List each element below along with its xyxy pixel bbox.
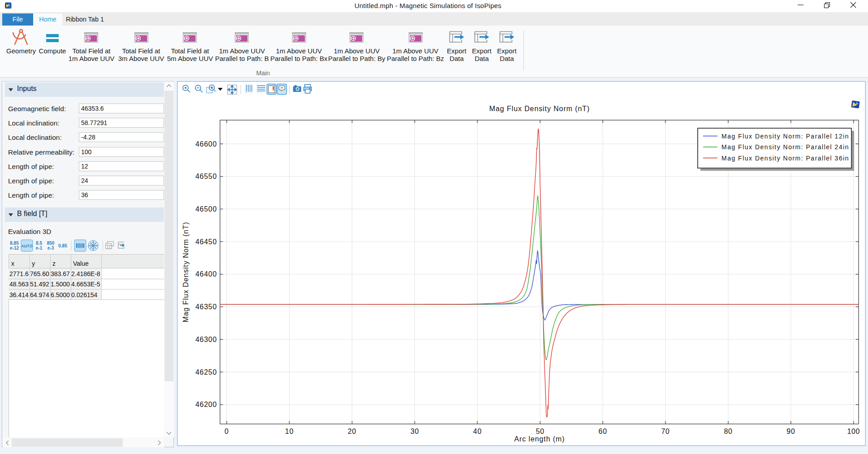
- svg-text:e-1: e-1: [36, 246, 43, 251]
- svg-text:40: 40: [473, 428, 482, 435]
- svg-text:70: 70: [661, 428, 669, 435]
- svg-text:30: 30: [410, 428, 419, 435]
- svg-text:100: 100: [847, 428, 860, 435]
- svg-text:46600: 46600: [195, 140, 217, 148]
- svg-text:46350: 46350: [195, 303, 217, 311]
- svg-text:850: 850: [47, 241, 55, 246]
- svg-text:0.85: 0.85: [58, 243, 67, 248]
- svg-text:46550: 46550: [195, 173, 217, 180]
- svg-text:46200: 46200: [195, 401, 217, 408]
- svg-text:60: 60: [599, 428, 607, 435]
- svg-text:8.5: 8.5: [36, 241, 42, 246]
- svg-text:AUTO: AUTO: [21, 244, 32, 248]
- svg-text:e-12: e-12: [10, 246, 19, 251]
- svg-text:46250: 46250: [195, 368, 217, 376]
- svg-text:10: 10: [285, 428, 294, 435]
- svg-text:46400: 46400: [195, 270, 217, 278]
- svg-text:50: 50: [536, 428, 544, 435]
- svg-text:Mag Flux Density Norm (nT): Mag Flux Density Norm (nT): [182, 222, 190, 322]
- svg-text:Mag Flux Density Norm: Paralle: Mag Flux Density Norm: Parallel 12in: [721, 133, 849, 140]
- svg-text:Arc length (m): Arc length (m): [514, 435, 565, 443]
- svg-text:46450: 46450: [195, 238, 217, 246]
- svg-text:Mag Flux Density Norm (nT): Mag Flux Density Norm (nT): [489, 105, 590, 112]
- svg-text:8.85: 8.85: [10, 241, 19, 246]
- svg-text:e-3: e-3: [48, 246, 54, 251]
- svg-text:0: 0: [225, 428, 229, 435]
- svg-text:46300: 46300: [195, 336, 217, 343]
- svg-text:20: 20: [348, 428, 356, 435]
- svg-text:46500: 46500: [195, 205, 217, 213]
- svg-text:Mag Flux Density Norm: Paralle: Mag Flux Density Norm: Parallel 36in: [721, 155, 849, 162]
- svg-text:80: 80: [724, 428, 732, 435]
- svg-text:90: 90: [786, 428, 795, 435]
- svg-text:Mag Flux Density Norm: Paralle: Mag Flux Density Norm: Parallel 24in: [721, 143, 849, 151]
